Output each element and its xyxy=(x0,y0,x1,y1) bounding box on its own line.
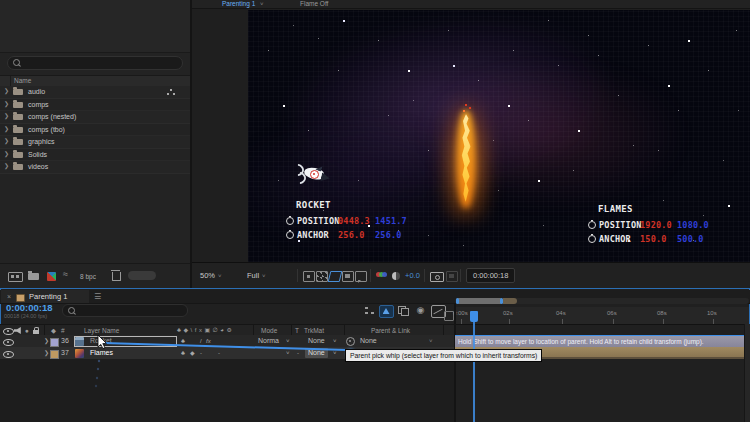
region-of-interest-icon[interactable] xyxy=(328,271,343,282)
chevron-right-icon[interactable]: ❯ xyxy=(4,86,9,98)
frame-blending-icon[interactable] xyxy=(397,305,410,316)
quality-switch-icon[interactable]: / xyxy=(200,335,202,347)
search-icon xyxy=(13,59,20,66)
timeline-panel-split[interactable] xyxy=(454,303,456,422)
chevron-right-icon[interactable]: ❯ xyxy=(4,124,9,136)
chevron-right-icon[interactable]: ❯ xyxy=(4,111,9,123)
chevron-right-icon[interactable]: ❯ xyxy=(44,335,49,347)
folder-row-comps-tbo[interactable]: ❯ comps (tbo) xyxy=(0,124,190,137)
folder-row-comps[interactable]: ❯ comps xyxy=(0,99,190,112)
panel-menu-icon[interactable]: ☰ xyxy=(94,290,101,303)
pick-whip-icon[interactable] xyxy=(346,337,355,346)
folder-row-solids[interactable]: ❯ Solids xyxy=(0,149,190,162)
project-panel-toolbar: ≈ 8 bpc xyxy=(0,263,190,288)
composition-view[interactable]: ROCKET POSITION 0448.3 1451.7 ANCHOR 256… xyxy=(248,10,750,262)
draft-3d-icon[interactable] xyxy=(379,305,394,318)
timeline-search-input[interactable] xyxy=(62,304,188,317)
position-y-value: 1451.7 xyxy=(375,216,412,226)
layer-name[interactable]: Rocket xyxy=(90,335,112,347)
grid-guides-options-icon[interactable] xyxy=(303,271,315,282)
new-folder-icon[interactable] xyxy=(28,273,39,280)
flames-info-overlay: FLAMES POSITION 1920.0 1080.0 ANCHOR 150… xyxy=(588,204,714,246)
folder-row-videos[interactable]: ❯ videos xyxy=(0,161,190,174)
shy-switch-icon[interactable]: ♣ xyxy=(181,347,185,359)
magnification-dropdown[interactable]: 50%˅ xyxy=(200,271,222,281)
mask-visibility-icon[interactable] xyxy=(342,271,354,282)
chevron-right-icon[interactable]: ❯ xyxy=(4,99,9,111)
chevron-down-icon: ˅ xyxy=(218,273,222,279)
transparency-grid-icon[interactable] xyxy=(316,271,328,282)
lock-column-icon[interactable] xyxy=(33,330,39,334)
eye-icon[interactable] xyxy=(3,351,14,358)
position-label: POSITION xyxy=(297,216,338,226)
fx-switch-icon[interactable]: fx xyxy=(206,335,211,347)
tab-parenting-1[interactable]: Parenting 1 ˅ xyxy=(222,0,264,8)
layer-thumbnail-icon xyxy=(75,349,84,358)
playhead-handle[interactable] xyxy=(470,311,478,322)
exposure-value[interactable]: +0.0 xyxy=(405,271,420,281)
guides-icon[interactable] xyxy=(355,271,367,282)
interpret-footage-icon[interactable] xyxy=(8,272,23,282)
chevron-right-icon[interactable]: ❯ xyxy=(4,161,9,173)
layer-name[interactable]: Flames xyxy=(90,347,113,359)
chevron-down-icon: ˅ xyxy=(286,347,290,359)
navigator-bar[interactable] xyxy=(456,298,503,304)
proxy-icon[interactable]: ≈ xyxy=(63,269,68,279)
project-search-input[interactable] xyxy=(7,56,183,70)
timeline-navigator[interactable] xyxy=(455,298,749,304)
channel-blue-icon[interactable] xyxy=(382,272,387,277)
eye-icon[interactable] xyxy=(3,339,14,346)
new-composition-icon[interactable] xyxy=(47,272,56,281)
stopwatch-icon xyxy=(286,217,294,225)
layer-color-swatch[interactable] xyxy=(50,338,59,347)
stopwatch-icon xyxy=(588,235,596,243)
chevron-right-icon[interactable]: ❯ xyxy=(4,136,9,148)
search-icon xyxy=(68,307,75,314)
stopwatch-icon xyxy=(588,221,596,229)
project-preview-area xyxy=(0,0,190,53)
show-snapshot-icon[interactable] xyxy=(446,271,458,282)
folder-row-graphics[interactable]: ❯ graphics xyxy=(0,136,190,149)
bit-depth-button[interactable]: 8 bpc xyxy=(80,272,96,282)
viewer-timecode[interactable]: 0:00:00:18 xyxy=(466,268,515,283)
folder-icon xyxy=(13,152,23,158)
rocket-layer-bar[interactable]: Hold Shift to move layer to location of … xyxy=(455,335,750,347)
trkmat-dropdown[interactable]: None xyxy=(305,348,328,358)
anchor-label: ANCHOR xyxy=(599,234,640,244)
time-ruler[interactable]: 0:00s 02s 04s 06s 08s 10s xyxy=(455,307,749,325)
trkmat-dropdown[interactable]: None xyxy=(308,335,325,347)
folder-row-comps-nested[interactable]: ❯ comps (nested) xyxy=(0,111,190,124)
timeline-current-time[interactable]: 0:00:00:18 xyxy=(6,302,52,313)
parent-dropdown[interactable]: None xyxy=(360,335,377,347)
folder-label: audio xyxy=(28,86,45,98)
collapse-switch-icon[interactable]: ◆ xyxy=(190,347,195,359)
shy-switch-icon[interactable]: ♣ xyxy=(181,335,185,347)
audio-column-speaker-icon[interactable] xyxy=(14,327,22,334)
composition-viewer-panel: Parenting 1 ˅ Flame Off ROC xyxy=(192,0,750,288)
blend-mode-dropdown[interactable]: Norma xyxy=(258,335,279,347)
quality-switch-icon[interactable]: - xyxy=(200,347,202,359)
folder-label: comps (nested) xyxy=(28,111,76,123)
position-x-value: 1920.0 xyxy=(640,220,677,230)
chevron-right-icon[interactable]: ❯ xyxy=(4,149,9,161)
pick-whip-tooltip: Parent pick whip (select layer from whic… xyxy=(345,349,542,362)
resolution-half-icon[interactable] xyxy=(392,272,400,280)
folder-icon xyxy=(13,89,23,95)
tab-flame-off[interactable]: Flame Off xyxy=(300,0,328,8)
video-column-eye-icon[interactable] xyxy=(3,328,14,335)
layer-color-swatch[interactable] xyxy=(50,350,59,359)
folder-row-audio[interactable]: ❯ audio xyxy=(0,86,190,99)
motion-blur-icon[interactable]: ◉ xyxy=(414,305,427,316)
anchor-label: ANCHOR xyxy=(297,230,338,240)
snapshot-camera-icon[interactable] xyxy=(430,272,444,282)
position-y-value: 1080.0 xyxy=(677,220,714,230)
switch-dash[interactable]: - xyxy=(297,347,299,359)
timeline-scrollbar-track[interactable] xyxy=(744,324,750,422)
flame-sparks xyxy=(465,104,467,106)
mini-flowchart-icon[interactable] xyxy=(363,305,376,316)
resolution-dropdown[interactable]: Full˅ xyxy=(247,271,266,281)
chevron-right-icon[interactable]: ❯ xyxy=(44,347,49,359)
stopwatch-icon xyxy=(286,231,294,239)
delete-item-icon[interactable] xyxy=(112,272,121,281)
switch-dash[interactable]: - xyxy=(218,347,220,359)
